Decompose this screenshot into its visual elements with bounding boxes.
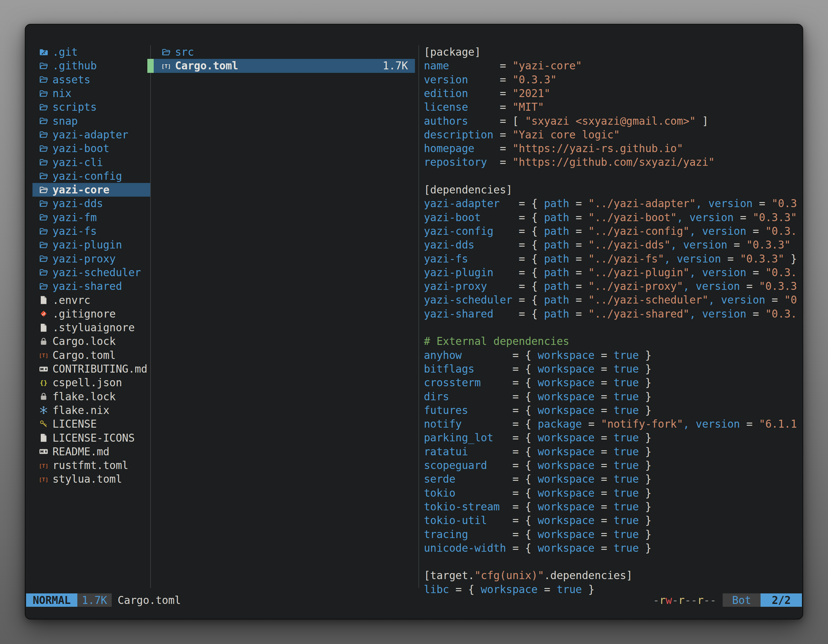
lock-icon (39, 392, 49, 401)
preview-line: crossterm = { workspace = true } (424, 376, 799, 389)
parent-item-readme-md[interactable]: README.md (33, 445, 150, 459)
parent-item-assets[interactable]: assets (33, 73, 150, 86)
folder-icon (39, 185, 49, 195)
parent-item-license-icons[interactable]: LICENSE-ICONS (33, 431, 150, 445)
parent-item-gitignore[interactable]: .gitignore (33, 307, 150, 321)
folder-icon (39, 102, 49, 112)
parent-item-label: yazi-boot (52, 142, 110, 155)
preview-line: edition = "2021" (424, 86, 799, 100)
parent-item-flake-nix[interactable]: flake.nix (33, 403, 150, 417)
parent-item-flake-lock[interactable]: flake.lock (33, 390, 150, 403)
folder-icon (39, 213, 49, 222)
yazi-terminal-window: .git.githubassetsnixscriptssnapyazi-adap… (25, 24, 803, 619)
parent-item-label: yazi-plugin (52, 239, 122, 251)
preview-line: yazi-plugin = { path = "../yazi-plugin",… (424, 266, 799, 279)
preview-line: unicode-width = { workspace = true } (424, 541, 799, 555)
parent-item-git[interactable]: .git (33, 45, 150, 59)
svg-text:[T]: [T] (39, 476, 49, 483)
parent-item-label: .gitignore (52, 308, 116, 320)
parent-item-cspell-json[interactable]: {}cspell.json (33, 376, 150, 389)
preview-line: yazi-boot = { path = "../yazi-boot", ver… (424, 211, 799, 224)
preview-line: [package] (424, 45, 799, 59)
parent-item-github[interactable]: .github (33, 59, 150, 72)
pane-separator-left (150, 45, 151, 588)
parent-item-yazi-plugin[interactable]: yazi-plugin (33, 238, 150, 252)
parent-item-label: LICENSE (52, 418, 97, 430)
preview-line: tracing = { workspace = true } (424, 528, 799, 541)
preview-line: license = "MIT" (424, 100, 799, 114)
folder-icon (39, 116, 49, 126)
parent-item-label: .envrc (52, 294, 90, 306)
parent-item-yazi-cli[interactable]: yazi-cli (33, 155, 150, 169)
parent-item-contributing-md[interactable]: CONTRIBUTING.md (33, 362, 150, 376)
scroll-position-badge: Bot (723, 594, 761, 607)
preview-line: notify = { package = "notify-fork", vers… (424, 417, 799, 431)
parent-item-cargo-toml[interactable]: [T]Cargo.toml (33, 348, 150, 362)
preview-line: tokio = { workspace = true } (424, 486, 799, 500)
parent-item-label: yazi-fs (52, 225, 97, 237)
folder-icon (39, 254, 49, 263)
folder-icon (39, 61, 49, 71)
preview-line (424, 321, 799, 334)
preview-line: futures = { workspace = true } (424, 403, 799, 417)
folder-icon (39, 268, 49, 277)
parent-item-nix[interactable]: nix (33, 86, 150, 100)
toml-icon: [T] (39, 475, 49, 484)
status-bar: NORMAL 1.7K Cargo.toml -rw-r--r-- Bot 2/… (26, 594, 802, 607)
folder-icon (39, 158, 49, 167)
parent-item-yazi-core[interactable]: yazi-core (33, 183, 150, 197)
preview-line: description = "Yazi core logic" (424, 128, 799, 142)
parent-item-label: Cargo.lock (52, 335, 116, 348)
parent-item-cargo-lock[interactable]: Cargo.lock (33, 334, 150, 348)
parent-item-yazi-dds[interactable]: yazi-dds (33, 197, 150, 210)
parent-item-label: .styluaignore (52, 321, 135, 334)
parent-item-yazi-proxy[interactable]: yazi-proxy (33, 252, 150, 266)
parent-item-yazi-adapter[interactable]: yazi-adapter (33, 128, 150, 142)
parent-item-stylua-toml[interactable]: [T]stylua.toml (33, 472, 150, 486)
preview-line: yazi-config = { path = "../yazi-config",… (424, 224, 799, 238)
parent-item-yazi-fs[interactable]: yazi-fs (33, 224, 150, 238)
current-item-cargo-toml[interactable]: [T]Cargo.toml1.7K (154, 59, 415, 72)
svg-text:{}: {} (40, 379, 47, 387)
parent-item-license[interactable]: LICENSE (33, 417, 150, 431)
current-item-label: src (175, 46, 194, 58)
hover-marker (147, 59, 154, 72)
preview-line: homepage = "https://yazi-rs.github.io" (424, 142, 799, 155)
status-right-group: -rw-r--r-- Bot 2/2 (653, 594, 802, 607)
file-size-label: 1.7K (82, 594, 107, 606)
current-item-src[interactable]: src (154, 45, 415, 59)
parent-item-styluaignore[interactable]: .styluaignore (33, 321, 150, 334)
parent-item-label: yazi-core (52, 183, 110, 196)
folder-icon (39, 171, 49, 181)
mode-label: NORMAL (33, 594, 71, 606)
scroll-position-label: Bot (732, 594, 751, 606)
git-folder-icon (39, 47, 49, 57)
parent-item-yazi-config[interactable]: yazi-config (33, 169, 150, 183)
preview-line: [dependencies] (424, 183, 799, 197)
file-icon (39, 433, 49, 443)
svg-text:[T]: [T] (162, 63, 171, 69)
toml-icon: [T] (39, 350, 49, 360)
parent-item-yazi-shared[interactable]: yazi-shared (33, 279, 150, 293)
parent-item-envrc[interactable]: .envrc (33, 293, 150, 307)
markdown-icon (39, 447, 49, 456)
file-size: 1.7K (383, 60, 408, 72)
snowflake-icon (39, 405, 49, 415)
preview-line: tokio-stream = { workspace = true } (424, 500, 799, 514)
desktop-background: .git.githubassetsnixscriptssnapyazi-adap… (0, 0, 828, 644)
preview-line: version = "0.3.3" (424, 73, 799, 86)
folder-icon (39, 144, 49, 154)
parent-item-yazi-scheduler[interactable]: yazi-scheduler (33, 266, 150, 279)
file-permissions: -rw-r--r-- (653, 594, 716, 607)
preview-line: tokio-util = { workspace = true } (424, 514, 799, 527)
parent-item-yazi-fm[interactable]: yazi-fm (33, 211, 150, 224)
parent-item-label: rustfmt.toml (52, 459, 128, 472)
parent-item-scripts[interactable]: scripts (33, 100, 150, 114)
parent-item-yazi-boot[interactable]: yazi-boot (33, 142, 150, 155)
parent-item-rustfmt-toml[interactable]: [T]rustfmt.toml (33, 459, 150, 472)
parent-item-label: LICENSE-ICONS (52, 432, 135, 444)
parent-item-label: .github (52, 60, 97, 72)
preview-line: yazi-proxy = { path = "../yazi-proxy", v… (424, 279, 799, 293)
preview-line: yazi-shared = { path = "../yazi-shared",… (424, 307, 799, 321)
parent-item-snap[interactable]: snap (33, 114, 150, 128)
